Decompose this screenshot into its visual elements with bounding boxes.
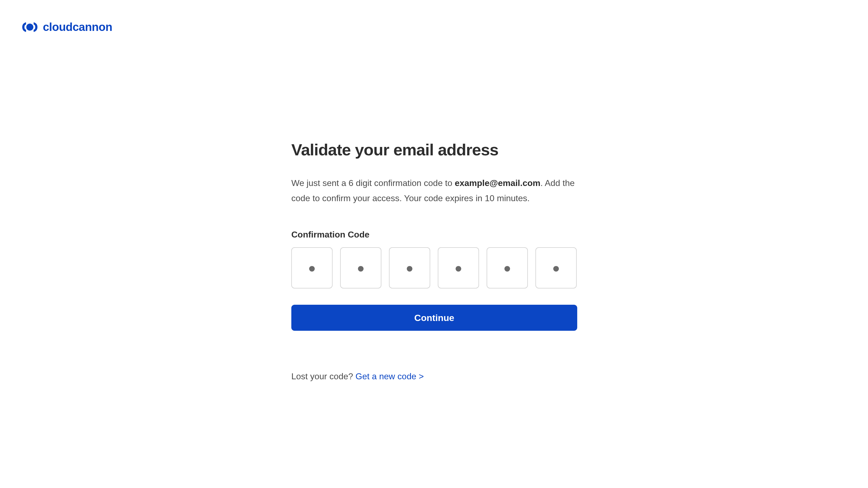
code-input-2[interactable] bbox=[340, 247, 381, 289]
code-input-1[interactable] bbox=[291, 247, 333, 289]
logo-text: cloudcannon bbox=[43, 21, 112, 34]
code-input-4[interactable] bbox=[438, 247, 479, 289]
code-input-3[interactable] bbox=[389, 247, 430, 289]
svg-point-0 bbox=[26, 24, 33, 31]
main-content: Validate your email address We just sent… bbox=[291, 140, 577, 382]
description-prefix: We just sent a 6 digit confirmation code… bbox=[291, 178, 455, 188]
lost-code-text: Lost your code? bbox=[291, 371, 355, 381]
code-input-5[interactable] bbox=[487, 247, 528, 289]
code-input-6[interactable] bbox=[535, 247, 577, 289]
logo: cloudcannon bbox=[21, 20, 112, 35]
description-text: We just sent a 6 digit confirmation code… bbox=[291, 175, 577, 206]
cloudcannon-logo-icon bbox=[21, 20, 39, 35]
email-address: example@email.com bbox=[455, 178, 540, 188]
get-new-code-link[interactable]: Get a new code > bbox=[355, 371, 424, 381]
code-input-group bbox=[291, 247, 577, 289]
page-title: Validate your email address bbox=[291, 140, 577, 159]
continue-button[interactable]: Continue bbox=[291, 305, 577, 331]
confirmation-code-label: Confirmation Code bbox=[291, 230, 577, 240]
footer-text: Lost your code? Get a new code > bbox=[291, 371, 577, 382]
